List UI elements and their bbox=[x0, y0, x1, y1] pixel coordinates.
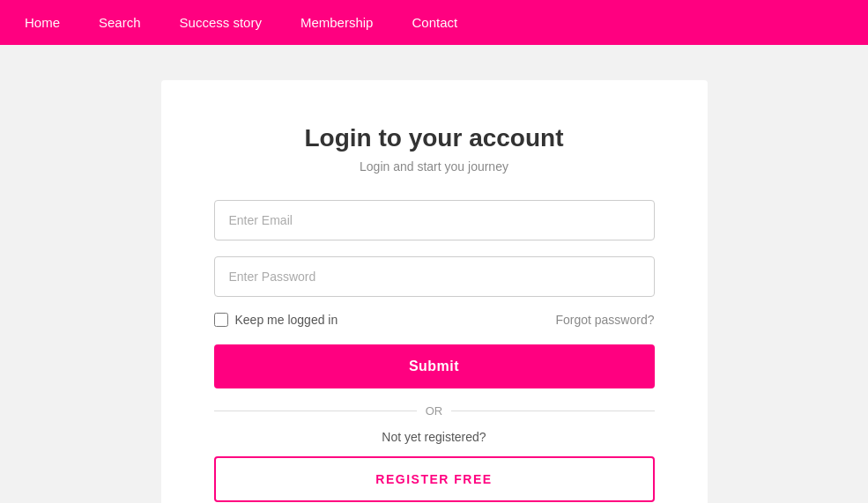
not-registered-text: Not yet registered? bbox=[214, 430, 655, 444]
nav-home[interactable]: Home bbox=[18, 0, 79, 45]
submit-button[interactable]: Submit bbox=[214, 344, 655, 388]
email-input[interactable] bbox=[214, 200, 655, 240]
register-button[interactable]: REGISTER FREE bbox=[214, 456, 655, 502]
email-group bbox=[214, 200, 655, 240]
card-title: Login to your account bbox=[214, 124, 655, 152]
keep-logged-in-label[interactable]: Keep me logged in bbox=[214, 313, 338, 327]
nav-search[interactable]: Search bbox=[79, 0, 160, 45]
nav-success-story[interactable]: Success story bbox=[160, 0, 281, 45]
password-group bbox=[214, 256, 655, 297]
login-card: Login to your account Login and start yo… bbox=[161, 80, 708, 503]
or-label: OR bbox=[426, 404, 443, 418]
password-input[interactable] bbox=[214, 256, 655, 297]
card-subtitle: Login and start you journey bbox=[214, 159, 655, 174]
nav-contact[interactable]: Contact bbox=[392, 0, 477, 45]
or-divider: OR bbox=[214, 404, 655, 418]
form-options-row: Keep me logged in Forgot password? bbox=[214, 313, 655, 327]
keep-logged-in-text: Keep me logged in bbox=[235, 313, 338, 327]
navbar: Home Search Success story Membership Con… bbox=[0, 0, 868, 45]
forgot-password-link[interactable]: Forgot password? bbox=[555, 313, 654, 327]
nav-membership[interactable]: Membership bbox=[281, 0, 393, 45]
keep-logged-in-checkbox[interactable] bbox=[214, 313, 228, 327]
page-wrapper: Login to your account Login and start yo… bbox=[0, 45, 868, 503]
